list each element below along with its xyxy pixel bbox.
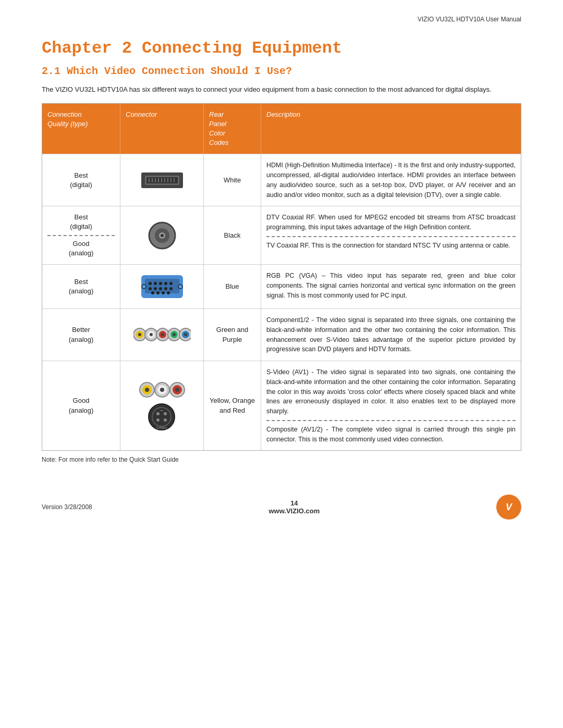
connection-table: ConnectionQuality (type) Connector RearP… (42, 103, 521, 451)
svg-point-33 (142, 285, 146, 289)
vizio-logo: V (496, 495, 521, 520)
svg-point-37 (138, 333, 141, 336)
svg-point-30 (156, 291, 160, 294)
svg-point-61 (156, 412, 160, 415)
intro-text: The VIZIO VU32L HDTV10A has six differen… (42, 84, 521, 95)
table-row: Good (analog) (42, 361, 521, 450)
footer-center: 14 www.VIZIO.com (268, 499, 320, 515)
svg-point-46 (173, 333, 176, 336)
page-header: VIZIO VU32L HDTV10A User Manual (42, 16, 521, 23)
quality-hdmi: Best (digital) (42, 154, 120, 206)
svg-point-52 (145, 388, 149, 392)
connector-hdmi (120, 154, 204, 206)
table-row: Better (analog) (42, 309, 521, 361)
svg-point-64 (164, 418, 167, 422)
table-row: Best (digital) Good (analog) Black DTV C… (42, 206, 521, 264)
svg-point-21 (159, 282, 162, 285)
desc-vga: RGB PC (VGA) – This video input has sepa… (261, 265, 521, 309)
col-color-header: RearPanelColorCodes (204, 104, 261, 154)
svg-point-55 (160, 388, 164, 392)
quality-vga: Best (analog) (42, 265, 120, 309)
svg-point-43 (161, 333, 164, 336)
rca-trio-icon (139, 380, 186, 400)
color-component: Green and Purple (204, 309, 261, 361)
svg-point-63 (156, 418, 160, 422)
desc-divider-2 (266, 420, 516, 421)
svg-point-27 (164, 287, 167, 290)
svideo-icon: S-VIDEO (148, 403, 176, 431)
color-hdmi: White (204, 154, 261, 206)
svg-point-32 (167, 291, 170, 294)
note-text: Note: For more info refer to the Quick S… (42, 456, 521, 463)
connector-vga (120, 265, 204, 309)
svg-point-19 (149, 282, 152, 285)
footer-page-number: 14 (268, 499, 320, 507)
svg-point-25 (154, 287, 157, 290)
color-vga: Blue (204, 265, 261, 309)
svg-point-31 (162, 291, 165, 294)
svg-point-15 (161, 234, 164, 237)
svg-point-34 (178, 285, 182, 289)
desc-svideo: S-Video (AV1) - The video signal is sepa… (261, 361, 521, 450)
svg-text:S-VIDEO: S-VIDEO (156, 426, 167, 429)
component-connector-icon (133, 323, 191, 347)
connector-rf (120, 206, 204, 264)
table-row: Best (analog) (42, 264, 521, 309)
quality-divider (47, 235, 115, 236)
quality-rf: Best (digital) Good (analog) (42, 206, 120, 264)
svg-point-26 (159, 287, 162, 290)
hdmi-connector-icon (139, 167, 186, 193)
svg-rect-18 (145, 279, 179, 293)
chapter-title: Chapter 2 Connecting Equipment (42, 39, 521, 58)
color-rf: Black (204, 206, 261, 264)
footer-version: Version 3/28/2008 (42, 503, 92, 511)
connector-component (120, 309, 204, 361)
desc-divider (266, 236, 516, 237)
svg-point-29 (151, 291, 154, 294)
svg-point-62 (164, 412, 167, 415)
svg-rect-2 (146, 177, 178, 183)
svg-point-58 (175, 388, 179, 392)
vga-connector-icon (139, 271, 186, 302)
desc-component: Component1/2 - The video signal is separ… (261, 309, 521, 361)
svg-point-24 (149, 287, 152, 290)
col-connector-header: Connector (120, 104, 204, 154)
svg-point-22 (164, 282, 167, 285)
section-title: 2.1 Which Video Connection Should I Use? (42, 65, 521, 77)
col-quality-header: ConnectionQuality (type) (42, 104, 120, 154)
svg-rect-65 (160, 410, 163, 411)
footer-website: www.VIZIO.com (268, 507, 320, 515)
page-footer: Version 3/28/2008 14 www.VIZIO.com V (42, 495, 521, 520)
desc-hdmi: HDMI (High-Definition Multimedia Interfa… (261, 154, 521, 206)
svg-point-20 (154, 282, 157, 285)
quality-svideo: Good (analog) (42, 361, 120, 450)
svg-point-28 (169, 287, 173, 290)
desc-rf: DTV Coaxial RF. When used for MPEG2 enco… (261, 206, 521, 264)
svg-point-23 (169, 282, 173, 285)
svg-point-40 (150, 333, 153, 336)
col-description-header: Description (261, 104, 521, 154)
table-row: Best (digital) White (42, 154, 521, 206)
rf-connector-icon (146, 220, 178, 251)
svg-point-49 (184, 333, 187, 336)
color-svideo: Yellow, Orange and Red (204, 361, 261, 450)
connector-svideo-composite: S-VIDEO (120, 361, 204, 450)
quality-component: Better (analog) (42, 309, 120, 361)
table-header-row: ConnectionQuality (type) Connector RearP… (42, 104, 521, 154)
manual-title: VIZIO VU32L HDTV10A User Manual (418, 16, 521, 23)
